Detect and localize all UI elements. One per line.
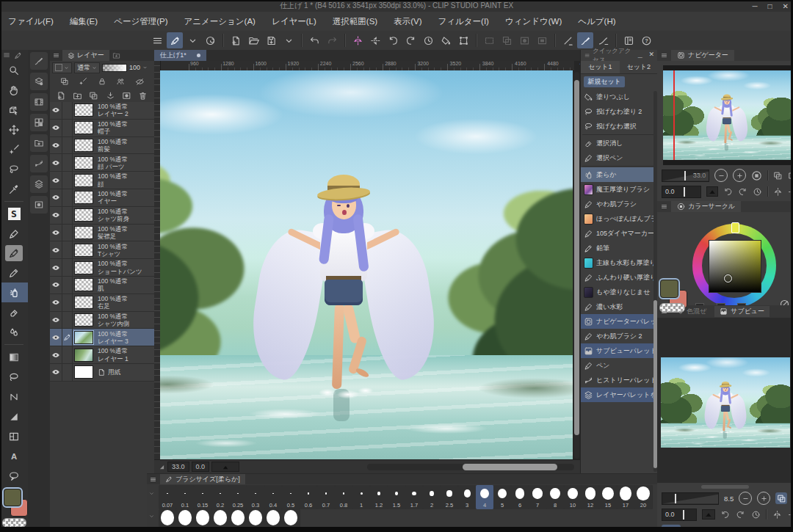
brush-size-cell[interactable]: 0.07	[159, 485, 177, 509]
canvas-viewport[interactable]	[160, 70, 573, 460]
minimize-button[interactable]: ─	[752, 2, 757, 10]
quick-access-item[interactable]: ペン	[581, 358, 658, 373]
brush-size-cell[interactable]: 10	[564, 485, 582, 509]
layer-visibility-eye-icon[interactable]	[50, 225, 62, 241]
layer-row[interactable]: 用紙	[50, 364, 154, 382]
brush-size-cell[interactable]: 2	[423, 485, 441, 509]
canvas-vertical-scrollbar[interactable]	[574, 72, 579, 459]
layer-thumbnail[interactable]	[74, 296, 93, 309]
lasso-fill-tool[interactable]	[0, 367, 28, 387]
layer-visibility-eye-icon[interactable]	[50, 346, 62, 363]
quick-access-close[interactable]: ✕	[648, 51, 654, 60]
dock-timeline-icon[interactable]	[30, 93, 48, 111]
layer-visibility-eye-icon[interactable]	[50, 102, 62, 119]
layer-check-cell[interactable]	[62, 189, 73, 206]
figure-tool[interactable]	[0, 387, 28, 407]
navigator-rotation-slider[interactable]: 0.0	[662, 186, 701, 198]
open-file-icon[interactable]	[245, 32, 261, 48]
quick-access-item[interactable]: ヒストリーパレットを表示	[581, 373, 658, 387]
brush-size-cell[interactable]: 0.3	[247, 485, 265, 509]
quick-access-item[interactable]: 塗りつぶし	[581, 90, 658, 104]
layer-check-cell[interactable]	[62, 241, 73, 258]
menu-item-9[interactable]: ヘルプ(H)	[570, 12, 623, 31]
brush-size-cell[interactable]: 0.2	[211, 485, 230, 509]
quick-access-menu-icon[interactable]	[584, 52, 590, 59]
quick-access-item[interactable]: やわ肌ブラシ 2	[581, 329, 658, 343]
eraser-tool[interactable]	[0, 302, 28, 322]
hue-marker[interactable]	[731, 222, 739, 233]
layer-row[interactable]: 100 %通常イヤー	[50, 189, 154, 207]
layer-check-cell[interactable]	[62, 225, 73, 241]
tab-color-circle[interactable]: カラーサークル	[671, 201, 741, 212]
navigator-preview[interactable]	[663, 65, 791, 165]
dock-subtool-icon[interactable]	[30, 52, 48, 70]
zoom-tool[interactable]	[0, 60, 28, 80]
dock-tool-property-icon[interactable]	[30, 73, 48, 90]
layer-row[interactable]: 100 %通常髪襟足	[50, 225, 154, 242]
brush-row-chevron-icon[interactable]	[148, 513, 155, 520]
layer-check-cell[interactable]	[62, 346, 73, 363]
quick-access-item[interactable]: 105ダイヤマーカー	[581, 226, 658, 241]
layer-row[interactable]: 100 %通常シャツ前身	[50, 207, 154, 225]
selection-tool[interactable]	[0, 159, 28, 179]
layer-thumbnail[interactable]	[74, 103, 93, 117]
layer-row[interactable]: 100 %通常肌	[50, 277, 154, 294]
brush-size-cell[interactable]: 1.5	[388, 485, 406, 509]
clip-studio-icon[interactable]	[202, 32, 218, 48]
rotation-hump-icon[interactable]	[702, 509, 715, 520]
fill-icon[interactable]	[438, 32, 454, 48]
menu-item-8[interactable]: ウィンドウ(W)	[497, 12, 570, 31]
layer-thumbnail[interactable]	[74, 121, 93, 134]
canvas-zoom-value[interactable]: 33.0	[167, 462, 189, 472]
subview-rotate-right[interactable]	[736, 509, 746, 520]
zoom-slider-handle-icon[interactable]	[159, 464, 165, 470]
brush-size-cell[interactable]: 15	[599, 485, 618, 509]
brush-size-cell[interactable]: 12	[582, 485, 600, 509]
quick-access-item[interactable]: 選択消し	[581, 136, 658, 150]
layer-check-cell[interactable]	[62, 294, 73, 311]
subview-flip-horizontal[interactable]	[772, 509, 782, 520]
layer-visibility-eye-icon[interactable]	[50, 294, 62, 311]
operation-tool[interactable]	[0, 100, 28, 120]
layer-row[interactable]: 100 %通常前髪	[50, 137, 154, 155]
menu-item-4[interactable]: レイヤー(L)	[264, 12, 325, 31]
layer-thumbnail[interactable]	[74, 226, 93, 239]
tab-brush-size[interactable]: ブラシサイズ[柔らか]	[160, 474, 245, 484]
navigator-menu-icon[interactable]	[661, 52, 667, 59]
rotate-right-icon[interactable]	[402, 32, 419, 48]
subview-rotation-slider[interactable]: 0.0	[662, 509, 697, 521]
fit-to-screen-button[interactable]	[751, 170, 762, 181]
tab-subview[interactable]: サブビュー	[714, 306, 770, 317]
layer-visibility-eye-icon[interactable]	[50, 189, 62, 206]
tab-set2[interactable]: セット2	[620, 61, 659, 73]
flip-vertical-icon[interactable]	[367, 32, 383, 48]
rotate-left-button[interactable]	[723, 186, 733, 197]
layer-thumbnail[interactable]	[74, 174, 93, 187]
quick-access-item[interactable]: レイヤーパレットを表示	[581, 387, 658, 402]
brush-size-cell[interactable]: 0.8	[335, 485, 353, 509]
actual-size-button[interactable]	[773, 170, 783, 181]
tab-navigator[interactable]: ナビゲーター	[671, 50, 734, 61]
subview-zoom-out[interactable]	[739, 492, 752, 505]
invert-selection-icon[interactable]	[516, 32, 532, 48]
close-button[interactable]: ✕	[783, 2, 789, 10]
balloon-tool[interactable]	[0, 466, 28, 486]
layer-mask-icon[interactable]	[122, 91, 131, 101]
transform-icon[interactable]	[455, 32, 471, 48]
menu-item-1[interactable]: 編集(E)	[62, 12, 106, 31]
save-file-icon[interactable]	[263, 32, 279, 48]
layer-visibility-eye-icon[interactable]	[50, 154, 62, 171]
toolbar-menu-icon[interactable]	[149, 32, 165, 48]
reference-layer-icon[interactable]	[79, 77, 87, 86]
opacity-slider[interactable]	[102, 64, 127, 72]
auto-select-tool[interactable]	[0, 139, 28, 159]
layers-menu-icon[interactable]	[53, 52, 59, 59]
quick-access-item[interactable]: 魔王厚塗りブラシ	[581, 182, 658, 197]
undo-icon[interactable]	[306, 32, 322, 48]
menu-item-0[interactable]: ファイル(F)	[0, 12, 62, 31]
brush-size-cell[interactable]: 0.6	[300, 485, 318, 509]
frame-border-tool[interactable]	[0, 426, 28, 446]
quick-access-item[interactable]: 鉛筆	[581, 241, 658, 255]
canvas-tab-close-icon[interactable]	[197, 54, 200, 57]
selection-launcher-icon[interactable]	[534, 32, 550, 48]
